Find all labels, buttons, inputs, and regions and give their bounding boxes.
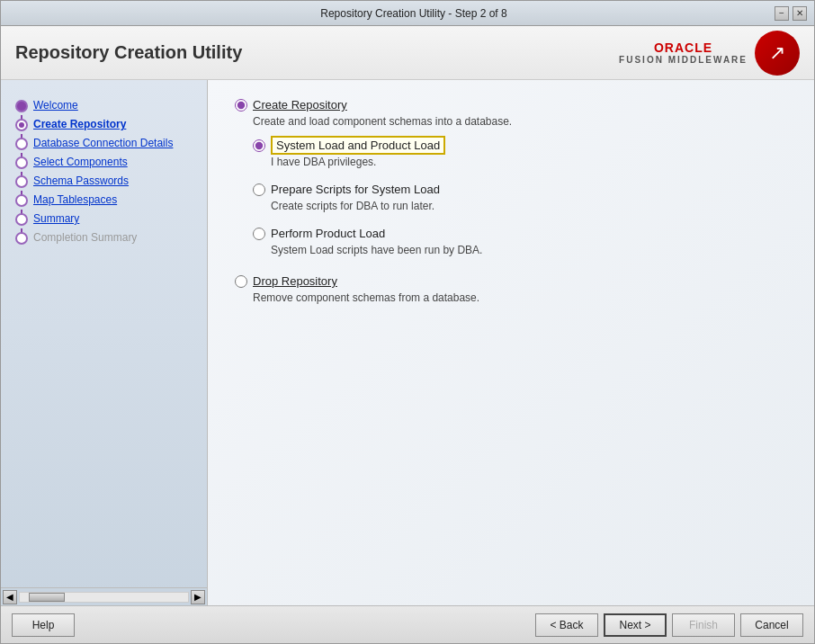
desc-perform-product-load: System Load scripts have been run by DBA… xyxy=(271,244,787,256)
oracle-sub: FUSION MIDDLEWARE xyxy=(619,55,748,65)
nav-link-schema-passwords[interactable]: Schema Passwords xyxy=(33,174,129,187)
window-title: Repository Creation Utility - Step 2 of … xyxy=(53,7,775,20)
scroll-right-arrow[interactable]: ▶ xyxy=(191,590,205,604)
radio-row-perform-product-load: Perform Product Load xyxy=(253,227,787,240)
nav-bullet-database-connection xyxy=(15,138,28,150)
nav-label-schema-passwords: Schema Passwords xyxy=(33,174,129,187)
finish-button[interactable]: Finish xyxy=(672,613,735,637)
label-create-repository[interactable]: Create Repository xyxy=(253,98,347,112)
oracle-text-block: ORACLE FUSION MIDDLEWARE xyxy=(619,40,748,65)
option-drop-repository: Drop Repository Remove component schemas… xyxy=(235,274,787,304)
sub-option-prepare-scripts: Prepare Scripts for System Load Create s… xyxy=(253,183,787,212)
radio-row-drop-repository: Drop Repository xyxy=(235,274,787,288)
nav-buttons: < Back Next > Finish Cancel xyxy=(535,613,803,637)
nav-label-completion-summary: Completion Summary xyxy=(33,231,137,244)
nav-link-create-repository[interactable]: Create Repository xyxy=(33,118,126,130)
nav-bullet-create-repository xyxy=(15,119,28,131)
scroll-thumb xyxy=(29,593,65,602)
cancel-button[interactable]: Cancel xyxy=(740,613,803,637)
nav-label-select-components: Select Components xyxy=(33,156,128,168)
nav-link-select-components[interactable]: Select Components xyxy=(33,156,128,168)
sub-option-perform-product-load: Perform Product Load System Load scripts… xyxy=(253,227,787,256)
next-button[interactable]: Next > xyxy=(604,613,667,637)
nav-label-summary: Summary xyxy=(33,212,79,225)
nav-label-create-repository: Create Repository xyxy=(33,118,126,130)
sub-options-create-repository: System Load and Product Load I have DBA … xyxy=(253,139,787,256)
main-content: Welcome Create Repository Database Conne… xyxy=(1,80,814,605)
radio-system-product-load[interactable] xyxy=(253,139,265,152)
nav-link-database-connection[interactable]: Database Connection Details xyxy=(33,137,173,149)
desc-prepare-scripts: Create scripts for DBA to run later. xyxy=(271,200,787,212)
back-button[interactable]: < Back xyxy=(535,613,598,637)
nav-link-summary[interactable]: Summary xyxy=(33,212,79,225)
label-perform-product-load[interactable]: Perform Product Load xyxy=(271,227,385,240)
nav-bullet-completion-summary xyxy=(15,232,28,245)
desc-drop-repository: Remove component schemas from a database… xyxy=(253,291,787,304)
option-create-repository: Create Repository Create and load compon… xyxy=(235,98,787,256)
oracle-icon-symbol: ↗ xyxy=(769,41,785,65)
nav-list: Welcome Create Repository Database Conne… xyxy=(1,89,207,255)
radio-prepare-scripts[interactable] xyxy=(253,183,265,196)
close-button[interactable]: ✕ xyxy=(793,6,807,21)
nav-bullet-select-components xyxy=(15,157,28,169)
sidebar-item-database-connection[interactable]: Database Connection Details xyxy=(1,134,207,153)
application-window: Repository Creation Utility - Step 2 of … xyxy=(0,0,815,644)
sidebar-item-completion-summary: Completion Summary xyxy=(1,228,207,247)
nav-label-map-tablespaces: Map Tablespaces xyxy=(33,193,117,206)
help-button[interactable]: Help xyxy=(12,613,75,637)
radio-row-create-repository: Create Repository xyxy=(235,98,787,112)
sidebar-scroll-area: Welcome Create Repository Database Conne… xyxy=(1,80,207,587)
window-controls: − ✕ xyxy=(775,6,807,21)
scroll-track[interactable] xyxy=(19,592,189,603)
nav-text-completion-summary: Completion Summary xyxy=(33,231,137,244)
sidebar-item-map-tablespaces[interactable]: Map Tablespaces xyxy=(1,191,207,210)
minimize-button[interactable]: − xyxy=(775,6,789,21)
sub-option-system-product-load: System Load and Product Load I have DBA … xyxy=(253,139,787,168)
radio-create-repository[interactable] xyxy=(235,99,247,112)
sidebar-scrollbar: ◀ ▶ xyxy=(1,587,207,605)
sidebar-item-summary[interactable]: Summary xyxy=(1,210,207,228)
title-bar: Repository Creation Utility - Step 2 of … xyxy=(1,1,814,26)
sidebar: Welcome Create Repository Database Conne… xyxy=(1,80,208,605)
desc-system-product-load: I have DBA privileges. xyxy=(271,156,787,168)
label-prepare-scripts[interactable]: Prepare Scripts for System Load xyxy=(271,183,440,196)
nav-label-database-connection: Database Connection Details xyxy=(33,137,173,149)
sidebar-item-schema-passwords[interactable]: Schema Passwords xyxy=(1,172,207,191)
nav-bullet-welcome xyxy=(15,100,28,112)
content-area: Create Repository Create and load compon… xyxy=(208,80,814,605)
scroll-left-arrow[interactable]: ◀ xyxy=(3,590,17,604)
radio-perform-product-load[interactable] xyxy=(253,228,265,240)
radio-drop-repository[interactable] xyxy=(235,275,247,288)
nav-link-map-tablespaces[interactable]: Map Tablespaces xyxy=(33,193,117,206)
app-title: Repository Creation Utility xyxy=(15,42,242,63)
radio-row-system-product-load: System Load and Product Load xyxy=(253,139,787,152)
nav-bullet-map-tablespaces xyxy=(15,194,28,207)
button-bar: Help < Back Next > Finish Cancel xyxy=(1,605,814,643)
highlighted-label-system-product-load: System Load and Product Load xyxy=(271,136,445,155)
label-drop-repository[interactable]: Drop Repository xyxy=(253,274,337,288)
desc-create-repository: Create and load component schemas into a… xyxy=(253,115,787,128)
oracle-logo: ORACLE FUSION MIDDLEWARE ↗ xyxy=(619,31,800,76)
oracle-icon: ↗ xyxy=(755,31,800,76)
app-header: Repository Creation Utility ORACLE FUSIO… xyxy=(1,26,814,80)
sidebar-item-select-components[interactable]: Select Components xyxy=(1,153,207,172)
nav-bullet-summary xyxy=(15,213,28,226)
nav-bullet-schema-passwords xyxy=(15,175,28,188)
label-system-product-load[interactable]: System Load and Product Load xyxy=(271,139,445,152)
radio-row-prepare-scripts: Prepare Scripts for System Load xyxy=(253,183,787,196)
sidebar-item-create-repository[interactable]: Create Repository xyxy=(1,115,207,134)
nav-link-welcome[interactable]: Welcome xyxy=(33,99,78,112)
nav-label-welcome: Welcome xyxy=(33,99,78,112)
oracle-brand: ORACLE xyxy=(619,40,748,55)
sidebar-item-welcome[interactable]: Welcome xyxy=(1,96,207,115)
